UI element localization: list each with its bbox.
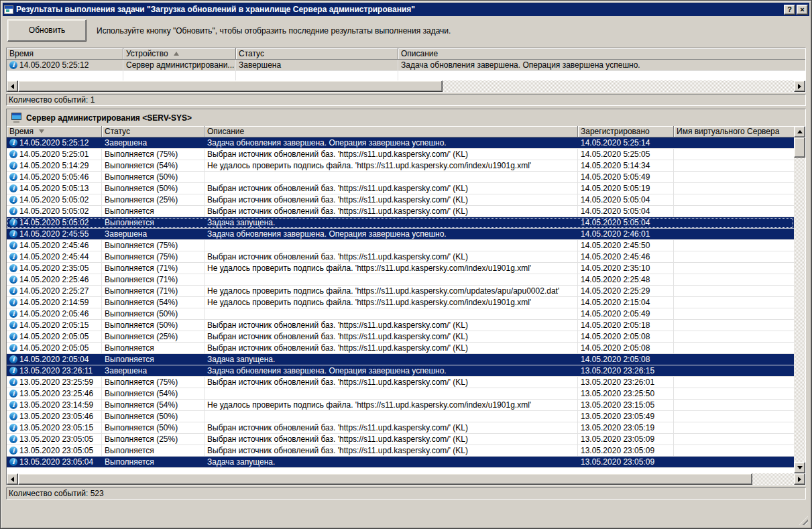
event-row[interactable]: i13.05.2020 23:14:59 Выполняется (54%) Н…: [7, 400, 794, 411]
event-row[interactable]: i14.05.2020 2:14:59 Выполняется (54%) Не…: [7, 297, 794, 308]
event-row[interactable]: i13.05.2020 23:05:04 Выполняется Задача …: [7, 457, 794, 468]
column-header-device[interactable]: Устройство: [123, 48, 236, 60]
events-hscroll-track[interactable]: [752, 473, 794, 485]
event-row[interactable]: i13.05.2020 23:05:05 Выполняется Выбран …: [7, 445, 794, 457]
event-row[interactable]: i14.05.2020 2:05:05 Выполняется Выбран и…: [7, 343, 794, 354]
events-hscrollbar[interactable]: [7, 473, 805, 485]
column-header-status[interactable]: Статус: [102, 126, 205, 137]
summary-hscrollbar[interactable]: [7, 80, 805, 92]
event-row[interactable]: i14.05.2020 5:05:13 Выполняется (50%) Вы…: [7, 183, 794, 194]
event-row[interactable]: i13.05.2020 23:25:59 Выполняется (75%) В…: [7, 377, 794, 388]
registered-cell: 14.05.2020 5:25:14: [578, 137, 674, 148]
status-cell: Выполняется (50%): [102, 172, 205, 182]
description-cell: Задача обновления завершена. Операция за…: [205, 229, 578, 239]
event-row[interactable]: i14.05.2020 5:05:46 Выполняется (50%) 14…: [7, 172, 794, 183]
summary-hscroll-track[interactable]: [443, 80, 794, 92]
resize-grip[interactable]: [799, 516, 808, 525]
time-cell: i14.05.2020 2:05:46: [7, 308, 102, 319]
event-row[interactable]: i14.05.2020 5:25:01 Выполняется (75%) Вы…: [7, 149, 794, 160]
event-row[interactable]: i13.05.2020 23:25:46 Выполняется (54%) 1…: [7, 388, 794, 400]
event-row[interactable]: i14.05.2020 2:45:44 Выполняется (75%) Вы…: [7, 251, 794, 263]
event-row[interactable]: i14.05.2020 2:25:27 Выполняется (71%) Не…: [7, 286, 794, 297]
column-header-registered[interactable]: Зарегистрировано: [578, 126, 674, 137]
virtual-server-cell: [674, 229, 794, 239]
time-cell: i14.05.2020 2:05:04: [7, 354, 102, 365]
description-cell: [205, 388, 578, 399]
scroll-up-icon[interactable]: [794, 126, 805, 137]
scroll-right-icon[interactable]: [794, 473, 805, 485]
info-icon: i: [9, 298, 17, 306]
status-cell: Выполняется: [102, 445, 205, 456]
scroll-right-icon[interactable]: [794, 80, 805, 92]
help-button[interactable]: ?: [784, 5, 795, 15]
events-count-label: Количество событий: 523: [6, 487, 806, 499]
info-icon: i: [9, 333, 17, 341]
event-row[interactable]: i14.05.2020 2:05:46 Выполняется (50%) 14…: [7, 308, 794, 320]
time-cell: i13.05.2020 23:25:59: [7, 377, 102, 388]
refresh-button[interactable]: Обновить: [7, 19, 86, 42]
virtual-server-cell: [674, 160, 794, 171]
event-row[interactable]: i14.05.2020 2:05:04 Выполняется Задача з…: [7, 354, 794, 365]
status-cell: Выполняется (50%): [102, 308, 205, 319]
info-icon: i: [9, 435, 17, 443]
registered-cell: 14.05.2020 2:05:08: [578, 343, 674, 353]
registered-cell: 13.05.2020 23:15:05: [578, 400, 674, 410]
event-row[interactable]: i14.05.2020 2:35:05 Выполняется (71%) Не…: [7, 263, 794, 274]
info-icon: i: [9, 447, 17, 455]
summary-row[interactable]: i14.05.2020 5:25:12 Сервер администриров…: [7, 60, 805, 71]
event-row[interactable]: i14.05.2020 5:05:02 Выполняется Выбран и…: [7, 206, 794, 217]
virtual-server-cell: [674, 457, 794, 467]
virtual-server-cell: [674, 251, 794, 262]
status-cell: Выполняется: [102, 354, 205, 365]
column-header-time[interactable]: Время: [7, 126, 102, 137]
events-vscroll-thumb[interactable]: [794, 137, 805, 158]
time-cell: i14.05.2020 2:35:05: [7, 263, 102, 274]
registered-cell: 14.05.2020 2:05:49: [578, 308, 674, 319]
column-header-time[interactable]: Время: [7, 48, 123, 60]
events-vscroll-track[interactable]: [794, 158, 805, 462]
event-row[interactable]: i13.05.2020 23:26:11 Завершена Задача об…: [7, 365, 794, 377]
event-row[interactable]: i14.05.2020 5:14:29 Выполняется (54%) Не…: [7, 160, 794, 172]
column-header-description[interactable]: Описание: [398, 48, 805, 60]
summary-hscroll-thumb[interactable]: [18, 80, 443, 92]
column-header-status[interactable]: Статус: [236, 48, 398, 60]
virtual-server-cell: [674, 377, 794, 388]
registered-cell: 14.05.2020 2:25:29: [578, 286, 674, 296]
event-row[interactable]: i14.05.2020 2:45:55 Завершена Задача обн…: [7, 229, 794, 240]
status-cell: Выполняется (50%): [102, 320, 205, 331]
time-cell: i14.05.2020 2:14:59: [7, 297, 102, 308]
summary-empty-area: [7, 71, 805, 80]
event-row[interactable]: i14.05.2020 2:45:46 Выполняется (75%) 14…: [7, 240, 794, 251]
events-hscroll-thumb[interactable]: [18, 473, 752, 485]
events-rows: i14.05.2020 5:25:12 Завершена Задача обн…: [7, 137, 794, 473]
event-row[interactable]: i14.05.2020 2:05:05 Выполняется (25%) Вы…: [7, 331, 794, 343]
events-vscrollbar[interactable]: [794, 126, 805, 473]
info-icon: i: [9, 253, 17, 261]
time-cell: i14.05.2020 5:25:12: [7, 137, 102, 148]
description-cell: [205, 308, 578, 319]
event-row[interactable]: i14.05.2020 5:25:12 Завершена Задача обн…: [7, 137, 794, 149]
column-header-virtual-server[interactable]: Имя виртуального Сервера: [674, 126, 794, 137]
info-icon: i: [9, 287, 17, 295]
close-button[interactable]: ×: [797, 5, 808, 15]
event-row[interactable]: i13.05.2020 23:05:05 Выполняется (25%) В…: [7, 434, 794, 445]
time-cell: i14.05.2020 5:14:29: [7, 160, 102, 171]
event-row[interactable]: i13.05.2020 23:05:46 Выполняется (50%) 1…: [7, 411, 794, 422]
event-row[interactable]: i14.05.2020 2:05:15 Выполняется (50%) Вы…: [7, 320, 794, 331]
event-row[interactable]: i14.05.2020 2:25:46 Выполняется (71%) 14…: [7, 274, 794, 286]
status-cell: Выполняется: [102, 217, 205, 228]
info-icon: i: [9, 321, 17, 329]
virtual-server-cell: [674, 172, 794, 182]
event-row[interactable]: i14.05.2020 5:05:02 Выполняется Задача з…: [7, 217, 794, 229]
time-cell: i14.05.2020 5:25:01: [7, 149, 102, 160]
description-cell: [205, 240, 578, 251]
status-cell: Выполняется: [102, 457, 205, 467]
event-row[interactable]: i14.05.2020 5:05:02 Выполняется (25%) Вы…: [7, 194, 794, 206]
scroll-down-icon[interactable]: [794, 462, 805, 473]
registered-cell: 13.05.2020 23:05:09: [578, 434, 674, 445]
scroll-left-icon[interactable]: [7, 80, 18, 92]
time-cell: i14.05.2020 5:25:12: [7, 60, 123, 70]
event-row[interactable]: i13.05.2020 23:05:15 Выполняется (50%) В…: [7, 422, 794, 434]
column-header-description[interactable]: Описание: [205, 126, 578, 137]
scroll-left-icon[interactable]: [7, 473, 18, 485]
